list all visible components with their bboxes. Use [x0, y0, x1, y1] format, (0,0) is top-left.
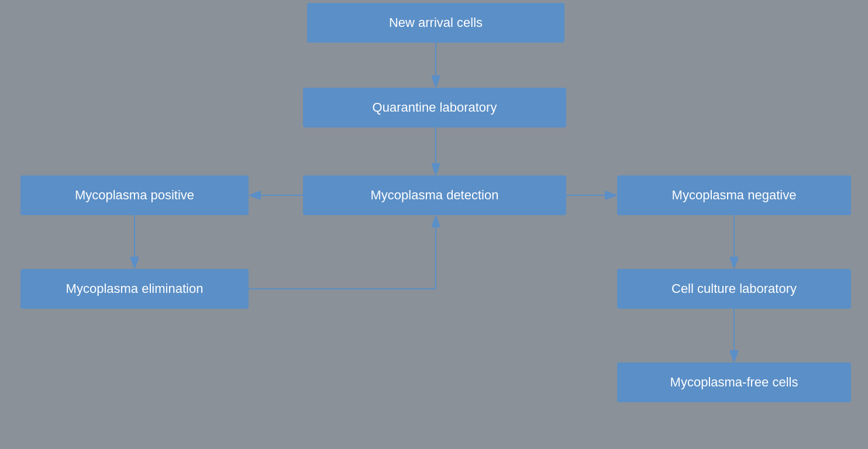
mycoplasma-free-cells-node: Mycoplasma-free cells [617, 362, 851, 402]
mycoplasma-positive-node: Mycoplasma positive [20, 175, 249, 215]
quarantine-laboratory-node: Quarantine laboratory [303, 88, 566, 127]
cell-culture-laboratory-node: Cell culture laboratory [617, 269, 851, 309]
diagram-container: New arrival cells Quarantine laboratory … [0, 0, 868, 449]
mycoplasma-detection-node: Mycoplasma detection [303, 175, 566, 215]
mycoplasma-negative-node: Mycoplasma negative [617, 175, 851, 215]
new-arrival-cells-node: New arrival cells [307, 3, 564, 43]
mycoplasma-elimination-node: Mycoplasma elimination [20, 269, 249, 309]
